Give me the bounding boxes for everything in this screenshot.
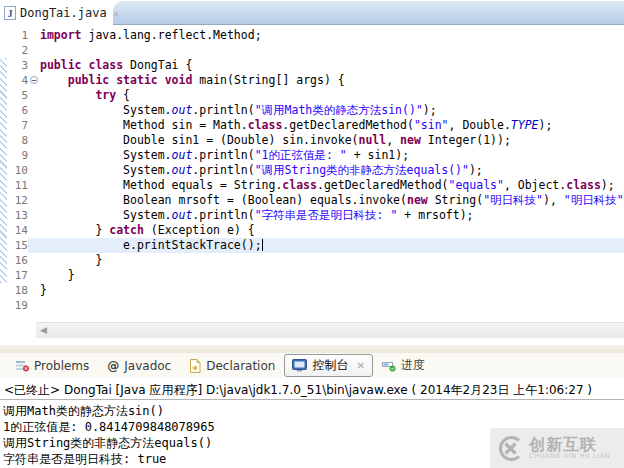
code-line-19[interactable]: 19	[0, 298, 624, 313]
editor-tab-dongtai[interactable]: J DongTai.java ✕	[0, 1, 113, 25]
line-number[interactable]: 14	[0, 223, 28, 238]
fold-column	[28, 253, 40, 268]
console-tab-close-icon[interactable]: ✕	[356, 360, 364, 371]
tab-problems-label: Problems	[34, 359, 89, 373]
code-lines: 1import java.lang.reflect.Method;23publi…	[0, 28, 624, 313]
tab-javadoc-label: Javadoc	[124, 359, 171, 373]
line-number[interactable]: 5	[0, 88, 28, 103]
code-text: import java.lang.reflect.Method;	[40, 28, 624, 43]
code-line-15[interactable]: 15 e.printStackTrace();	[0, 238, 624, 253]
code-text: System.out.println("调用Math类的静态方法sin()");	[40, 103, 624, 118]
fold-minus-icon[interactable]	[30, 76, 38, 84]
code-line-10[interactable]: 10 System.out.println("调用String类的非静态方法eq…	[0, 163, 624, 178]
fold-column	[28, 193, 40, 208]
code-text: }	[40, 283, 624, 298]
code-text	[40, 43, 624, 58]
code-line-3[interactable]: 3public class DongTai {	[0, 58, 624, 73]
fold-column	[28, 43, 40, 58]
code-line-5[interactable]: 5 try {	[0, 88, 624, 103]
fold-column	[28, 88, 40, 103]
code-line-8[interactable]: 8 Double sin1 = (Double) sin.invoke(null…	[0, 133, 624, 148]
editor-tab-close-icon[interactable]: ✕	[113, 8, 119, 19]
code-line-11[interactable]: 11 Method equals = String.class.getDecla…	[0, 178, 624, 193]
line-number[interactable]: 12	[0, 193, 28, 208]
tab-declaration[interactable]: Declaration	[180, 356, 284, 376]
h-scrollbar[interactable]: ◀	[0, 322, 624, 338]
code-line-16[interactable]: 16 }	[0, 253, 624, 268]
line-number[interactable]: 9	[0, 148, 28, 163]
editor-tab-bar: J DongTai.java ✕	[0, 0, 624, 25]
code-line-2[interactable]: 2	[0, 43, 624, 58]
code-line-18[interactable]: 18}	[0, 283, 624, 298]
line-number[interactable]: 16	[0, 253, 28, 268]
line-number[interactable]: 7	[0, 118, 28, 133]
code-text: public class DongTai {	[40, 58, 624, 73]
line-number[interactable]: 13	[0, 208, 28, 223]
code-editor[interactable]: 1import java.lang.reflect.Method;23publi…	[0, 25, 624, 322]
line-number[interactable]: 10	[0, 163, 28, 178]
line-number[interactable]: 6	[0, 103, 28, 118]
editor-tab-title: DongTai.java	[20, 6, 107, 20]
code-line-1[interactable]: 1import java.lang.reflect.Method;	[0, 28, 624, 43]
code-line-14[interactable]: 14 } catch (Exception e) {	[0, 223, 624, 238]
tab-progress[interactable]: 进度	[373, 354, 434, 377]
line-number[interactable]: 4	[0, 73, 28, 88]
code-text: e.printStackTrace();	[40, 238, 624, 253]
fold-column	[28, 148, 40, 163]
code-text: public static void main(String[] args) {	[40, 73, 624, 88]
fold-column	[28, 28, 40, 43]
tab-problems[interactable]: Problems	[6, 356, 98, 376]
line-number[interactable]: 19	[0, 298, 28, 313]
sash-divider[interactable]	[0, 338, 624, 353]
tab-javadoc[interactable]: @ Javadoc	[98, 356, 180, 376]
watermark: 创新互联 CHUANG XIN HU LIAN	[490, 428, 624, 468]
code-text: Method equals = String.class.getDeclared…	[40, 178, 624, 193]
tab-strip-background	[113, 1, 624, 25]
code-line-7[interactable]: 7 Method sin = Math.class.getDeclaredMet…	[0, 118, 624, 133]
tab-console-label: 控制台	[312, 357, 348, 374]
line-number[interactable]: 3	[0, 58, 28, 73]
h-scrollbar-track[interactable]: ◀	[36, 322, 624, 338]
line-number[interactable]: 1	[0, 28, 28, 43]
fold-column	[28, 133, 40, 148]
fold-column	[28, 103, 40, 118]
fold-column	[28, 208, 40, 223]
fold-column	[28, 58, 40, 73]
line-number[interactable]: 8	[0, 133, 28, 148]
fold-column	[28, 298, 40, 313]
declaration-icon	[189, 359, 201, 373]
line-number[interactable]: 17	[0, 268, 28, 283]
fold-column	[28, 73, 40, 88]
fold-column	[28, 283, 40, 298]
problems-icon	[15, 359, 29, 372]
code-text: Method sin = Math.class.getDeclaredMetho…	[40, 118, 624, 133]
code-text: Boolean mrsoft = (Boolean) equals.invoke…	[40, 193, 624, 208]
code-line-12[interactable]: 12 Boolean mrsoft = (Boolean) equals.inv…	[0, 193, 624, 208]
line-number[interactable]: 15	[0, 238, 28, 253]
code-line-17[interactable]: 17 }	[0, 268, 624, 283]
tab-progress-label: 进度	[401, 357, 425, 374]
bottom-tab-bar: Problems @ Javadoc Declaration	[0, 353, 624, 378]
line-number[interactable]: 11	[0, 178, 28, 193]
fold-column	[28, 118, 40, 133]
code-line-6[interactable]: 6 System.out.println("调用Math类的静态方法sin()"…	[0, 103, 624, 118]
progress-icon	[382, 360, 396, 372]
code-text: }	[40, 268, 624, 283]
tab-console[interactable]: 控制台 ✕	[284, 354, 372, 377]
code-text: try {	[40, 88, 624, 103]
code-text	[40, 298, 624, 313]
watermark-title: 创新互联	[529, 436, 610, 453]
fold-column	[28, 238, 40, 253]
scroll-left-icon[interactable]: ◀	[40, 325, 47, 335]
code-text: System.out.println("调用String类的非静态方法equal…	[40, 163, 624, 178]
line-number[interactable]: 2	[0, 43, 28, 58]
code-text: Double sin1 = (Double) sin.invoke(null, …	[40, 133, 624, 148]
code-line-9[interactable]: 9 System.out.println("1的正弦值是: " + sin1);	[0, 148, 624, 163]
line-number[interactable]: 18	[0, 283, 28, 298]
console-line-1: 调用Math类的静态方法sin()	[3, 403, 621, 419]
code-line-13[interactable]: 13 System.out.println("字符串是否是明日科技: " + m…	[0, 208, 624, 223]
code-line-4[interactable]: 4 public static void main(String[] args)…	[0, 73, 624, 88]
fold-column	[28, 268, 40, 283]
code-text: System.out.println("1的正弦值是: " + sin1);	[40, 148, 624, 163]
svg-text:J: J	[8, 8, 13, 19]
